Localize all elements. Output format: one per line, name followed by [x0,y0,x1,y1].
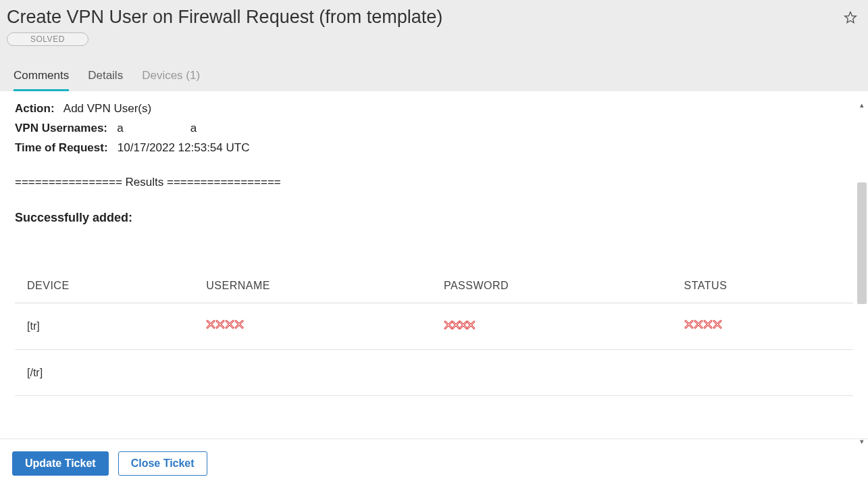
col-username: USERNAME [194,268,432,303]
header-area: Create VPN User on Firewall Request (fro… [0,0,868,91]
cell-status [672,303,853,349]
cell-username [194,349,432,395]
redacted-icon [444,320,475,330]
table-row: [tr] [15,303,853,349]
usernames-line: VPN Usernames: a a [15,119,853,139]
scroll-down-icon[interactable]: ▾ [857,436,867,446]
scroll-up-icon[interactable]: ▴ [857,100,867,109]
footer-bar: Update Ticket Close Ticket [0,439,868,488]
col-password: PASSWORD [432,268,672,303]
success-line: Successfully added: [15,207,853,228]
col-status: STATUS [672,268,853,303]
cell-username [194,303,432,349]
action-value: Add VPN User(s) [63,102,151,115]
cell-device: [tr] [15,303,194,349]
tab-comments[interactable]: Comments [14,69,69,91]
tabs: Comments Details Devices (1) [7,69,861,91]
cell-status [672,349,853,395]
ticket-body: Action: Add VPN User(s) VPN Usernames: a… [0,91,868,423]
update-ticket-button[interactable]: Update Ticket [12,451,109,476]
status-badge: SOLVED [7,32,88,46]
usernames-label: VPN Usernames: [15,122,107,134]
usernames-value: a a [117,122,197,134]
time-line: Time of Request: 10/17/2022 12:53:54 UTC [15,139,853,158]
redacted-icon [684,319,722,330]
table-row: [/tr] [15,349,853,395]
favorite-star-icon[interactable] [840,7,861,28]
svg-marker-0 [845,12,857,23]
redacted-icon [206,319,244,330]
content-scroll[interactable]: Action: Add VPN User(s) VPN Usernames: a… [0,91,868,439]
cell-password [432,303,672,349]
results-table: DEVICE USERNAME PASSWORD STATUS [tr] [15,268,853,396]
col-device: DEVICE [15,268,194,303]
tab-devices[interactable]: Devices (1) [142,69,200,91]
cell-password [432,349,672,395]
action-label: Action: [15,102,55,115]
action-line: Action: Add VPN User(s) [15,99,853,119]
time-value: 10/17/2022 12:53:54 UTC [118,141,250,154]
cell-device: [/tr] [15,349,194,395]
close-ticket-button[interactable]: Close Ticket [118,451,207,476]
page-title: Create VPN User on Firewall Request (fro… [7,7,442,28]
results-separator: ================ Results ===============… [15,173,853,193]
time-label: Time of Request: [15,141,108,154]
scrollbar-thumb[interactable] [857,182,867,304]
tab-details[interactable]: Details [88,69,123,91]
